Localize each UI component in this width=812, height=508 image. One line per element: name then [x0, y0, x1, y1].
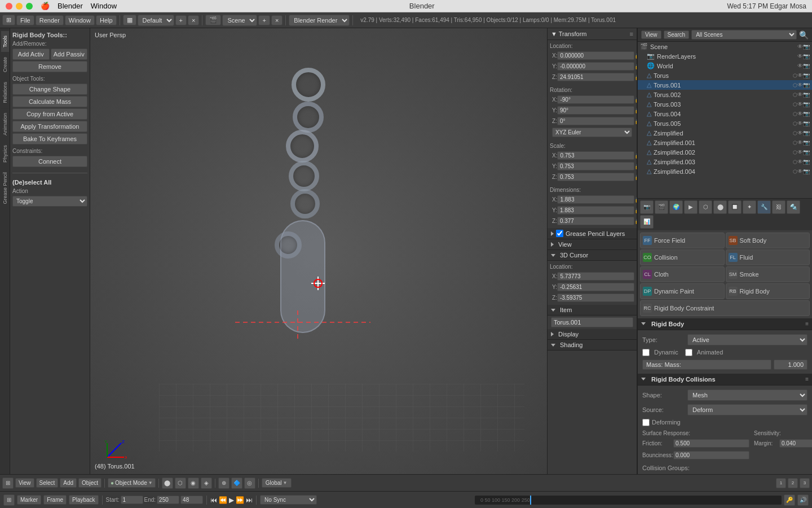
tab-create[interactable]: Create: [1, 52, 9, 77]
rendered-shading-btn[interactable]: ◉: [188, 478, 199, 489]
rb-options-icon[interactable]: ≡: [805, 321, 809, 327]
connect-button[interactable]: Connect: [12, 156, 87, 167]
dimension-z-input[interactable]: [557, 217, 634, 225]
outliner-search-btn[interactable]: Search: [664, 30, 690, 39]
skip-start-btn[interactable]: ⏮: [210, 496, 217, 504]
dimension-x-input[interactable]: [557, 195, 634, 204]
wire-shading-btn[interactable]: ⬡: [175, 478, 186, 489]
zsimplified003-item[interactable]: △ Zsimplified.003 ⬡ 👁 📷: [638, 157, 812, 167]
torus003-cam[interactable]: 📷: [803, 101, 810, 107]
collision-button[interactable]: CO Collision: [640, 249, 725, 265]
end-frame-input[interactable]: [157, 496, 179, 504]
add-menu-btn[interactable]: Add: [60, 478, 77, 488]
timeline-frame-btn[interactable]: Frame: [43, 495, 67, 505]
maximize-button[interactable]: [26, 3, 33, 10]
zsimplified002-item[interactable]: △ Zsimplified.002 ⬡ 👁 📷: [638, 147, 812, 157]
play-btn[interactable]: ▶: [229, 496, 234, 504]
global-selector[interactable]: Global ▼: [262, 478, 292, 488]
fluid-button[interactable]: FL Fluid: [726, 249, 810, 265]
prop-icon-data[interactable]: 📊: [640, 215, 654, 229]
add-passive-button[interactable]: Add Passiv: [51, 49, 88, 60]
torus005-cam[interactable]: 📷: [803, 120, 810, 126]
dynamic-paint-button[interactable]: DP Dynamic Paint: [640, 283, 725, 299]
window-menu[interactable]: Window: [91, 2, 117, 10]
deforming-checkbox[interactable]: [642, 419, 650, 426]
dynamic-checkbox[interactable]: [642, 349, 650, 356]
mass-slider[interactable]: Mass: Mass:: [642, 360, 771, 370]
rb-type-select[interactable]: Active Passive: [687, 334, 807, 345]
rbc-options-icon[interactable]: ≡: [805, 376, 809, 382]
layer-btn1[interactable]: 1: [776, 478, 786, 488]
calculate-mass-button[interactable]: Calculate Mass: [12, 96, 87, 107]
rigid-body-button[interactable]: RB Rigid Body: [726, 283, 810, 299]
zsimplified001-item[interactable]: △ Zsimplified.001 ⬡ 👁 📷: [638, 138, 812, 147]
scene-eye-icon[interactable]: 👁: [797, 43, 803, 50]
tab-physics[interactable]: Physics: [1, 140, 9, 167]
view-menu-btn[interactable]: View: [15, 478, 34, 488]
bake-to-keyframes-button[interactable]: Bake To Keyframes: [12, 133, 87, 144]
cloth-button[interactable]: CL Cloth: [640, 266, 725, 282]
render-menu[interactable]: Render: [36, 15, 64, 25]
soft-body-button[interactable]: SB Soft Body: [726, 233, 810, 248]
timeline-workspace-icon[interactable]: ⊞: [3, 494, 15, 506]
force-field-button[interactable]: FF Force Field: [640, 233, 725, 248]
world-item[interactable]: 🌐 World 👁 📷: [638, 61, 812, 71]
remove-scene[interactable]: ×: [271, 15, 283, 25]
rigid-body-constraint-button[interactable]: RC Rigid Body Constraint: [640, 300, 810, 316]
mac-window-controls[interactable]: [6, 3, 33, 10]
cursor-x-input[interactable]: [557, 272, 634, 281]
world-cam[interactable]: 📷: [803, 63, 810, 69]
action-select[interactable]: Toggle: [12, 196, 87, 207]
add-layout[interactable]: +: [175, 15, 187, 25]
zsimplified004-eye[interactable]: 👁: [797, 168, 803, 174]
apply-transformation-button[interactable]: Apply Transformation: [12, 121, 87, 132]
zsimplified-cam[interactable]: 📷: [803, 130, 810, 136]
torus005-eye[interactable]: 👁: [797, 120, 803, 126]
zsimplified001-eye[interactable]: 👁: [797, 139, 803, 146]
file-menu[interactable]: File: [16, 15, 34, 25]
torus001-item[interactable]: △ Torus.001 ⬡ 👁 📷: [638, 80, 812, 90]
apple-menu[interactable]: 🍎: [41, 2, 50, 10]
solid-shading-btn[interactable]: ⬤: [162, 478, 173, 489]
start-frame-input[interactable]: [121, 496, 143, 504]
tab-tools[interactable]: Tools: [1, 30, 9, 52]
torus-eye[interactable]: 👁: [797, 72, 803, 78]
keyframe-btn[interactable]: 🔑: [784, 494, 795, 506]
transform-options-icon[interactable]: ≡: [630, 30, 633, 37]
torus001-eye[interactable]: 👁: [797, 82, 803, 88]
window-menu-bl[interactable]: Window: [65, 15, 95, 25]
torus002-item[interactable]: △ Torus.002 ⬡ 👁 📷: [638, 90, 812, 99]
grease-pencil-header[interactable]: Grease Pencil Layers: [548, 228, 637, 239]
workspace-icon[interactable]: ⊞: [2, 15, 15, 25]
scene-icon[interactable]: 🎬: [205, 15, 221, 25]
tab-relations[interactable]: Relations: [1, 77, 9, 108]
display-header[interactable]: Display: [548, 329, 637, 340]
torus003-eye[interactable]: 👁: [797, 101, 803, 107]
viewport-canvas[interactable]: User Persp: [90, 28, 547, 474]
zsimplified-eye[interactable]: 👁: [797, 130, 803, 136]
scene-select[interactable]: Scene: [222, 15, 257, 26]
smoke-button[interactable]: SM Smoke: [726, 266, 810, 282]
zsimplified004-item[interactable]: △ Zsimplified.004 ⬡ 👁 📷: [638, 167, 812, 176]
layout-select[interactable]: Default: [138, 15, 174, 26]
rotation-x-input[interactable]: [557, 95, 634, 104]
scale-z-input[interactable]: [557, 173, 634, 181]
torus004-cam[interactable]: 📷: [803, 111, 810, 117]
proportional-btn[interactable]: ◎: [244, 478, 255, 489]
outliner-search-icon[interactable]: 🔍: [799, 30, 809, 40]
torus005-item[interactable]: △ Torus.005 ⬡ 👁 📷: [638, 119, 812, 128]
add-active-button[interactable]: Add Activ: [12, 49, 50, 60]
grease-pencil-checkbox[interactable]: [556, 230, 563, 237]
rotation-y-input[interactable]: [557, 106, 634, 115]
render-layers-item[interactable]: 📷 RenderLayers 👁 📷: [638, 51, 812, 61]
world-eye[interactable]: 👁: [797, 63, 803, 69]
location-z-input[interactable]: [557, 73, 634, 81]
rotation-mode-select[interactable]: XYZ Euler: [552, 128, 632, 137]
scene-root-item[interactable]: 🎬 Scene 👁 📷: [638, 42, 812, 51]
torus-item[interactable]: △ Torus ⬡ 👁 📷: [638, 71, 812, 80]
next-frame-btn[interactable]: ⏩: [236, 496, 244, 504]
torus002-cam[interactable]: 📷: [803, 91, 810, 98]
mass-value[interactable]: 1.000: [774, 360, 807, 370]
torus001-cam[interactable]: 📷: [803, 82, 810, 88]
mode-selector[interactable]: ● Object Mode ▼: [108, 478, 156, 488]
